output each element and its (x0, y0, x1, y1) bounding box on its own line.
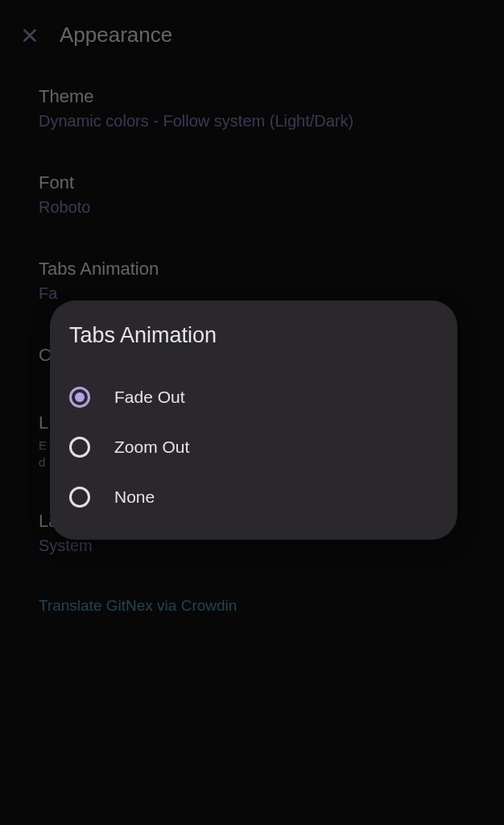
radio-option-zoom-out[interactable]: Zoom Out (69, 422, 438, 472)
radio-label-zoom-out: Zoom Out (114, 437, 189, 457)
radio-label-fade-out: Fade Out (114, 388, 185, 407)
radio-inner-icon (75, 392, 85, 402)
radio-circle-icon (69, 387, 90, 408)
radio-option-none[interactable]: None (69, 472, 438, 522)
radio-circle-icon (69, 437, 90, 458)
radio-label-none: None (114, 487, 155, 507)
radio-circle-icon (69, 487, 90, 508)
dialog-title: Tabs Animation (69, 323, 438, 348)
radio-option-fade-out[interactable]: Fade Out (69, 372, 438, 422)
tabs-animation-dialog: Tabs Animation Fade Out Zoom Out None (50, 301, 457, 540)
